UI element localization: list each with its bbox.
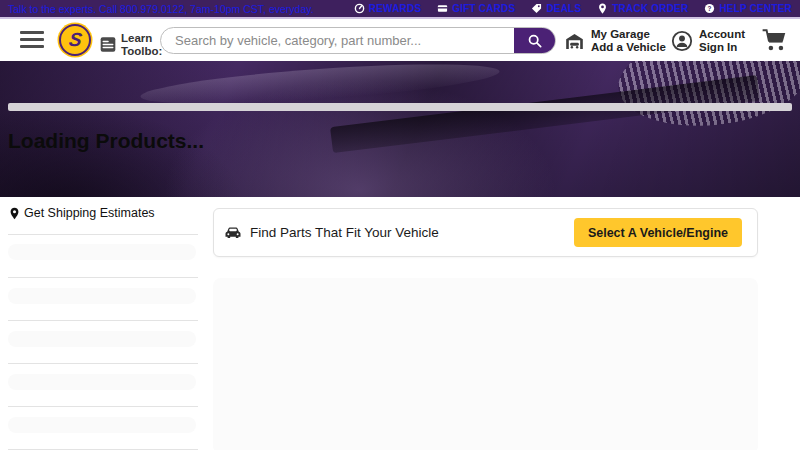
menu-button[interactable] [20,31,44,48]
account-icon [671,30,693,52]
sidebar-divider [8,234,198,235]
vehicle-fit-label: Find Parts That Fit Your Vehicle [250,225,439,240]
learn-toolbox-label: Learn Toolbo: [121,32,162,57]
car-icon [224,225,242,240]
hero-banner: Loading Products... [0,61,800,197]
cart-icon[interactable] [761,27,789,53]
tag-icon [531,3,542,14]
search-button[interactable] [514,28,555,53]
breadcrumb-placeholder [8,103,792,111]
search-input[interactable] [161,28,514,53]
sidebar-skeleton-item [8,374,196,390]
deals-link[interactable]: DEALS [531,3,581,14]
track-order-link[interactable]: TRACK ORDER [597,3,688,14]
page: Talk to the experts. Call 800.979.0122, … [0,0,800,450]
sidebar-skeleton-item [8,417,196,433]
location-pin-icon [8,207,21,220]
location-pin-icon [597,3,608,14]
my-garage-label: My Garage Add a Vehicle [591,28,666,54]
vehicle-fit-panel: Find Parts That Fit Your Vehicle Select … [213,208,758,257]
get-shipping-estimates-label: Get Shipping Estimates [24,206,155,220]
sidebar-skeleton-item [8,331,196,347]
sidebar-divider [8,363,198,364]
svg-text:?: ? [708,5,712,12]
search-icon [527,33,543,49]
select-vehicle-engine-button[interactable]: Select A Vehicle/Engine [574,218,742,247]
question-circle-icon: ? [704,3,715,14]
search-bar [160,27,556,54]
sidebar-skeleton-item [8,288,196,304]
sidebar-skeleton-item [8,244,196,260]
brand-logo-letter: S [67,29,83,51]
utility-nav: REWARDS GIFT CARDS DEALS [354,3,792,14]
sidebar-divider [8,277,198,278]
products-loading-skeleton [213,278,758,450]
toolbox-list-icon [100,36,116,53]
gift-card-icon [437,3,448,14]
account-label: Account Sign In [699,28,745,54]
help-center-link[interactable]: ? HELP CENTER [704,3,792,14]
loading-products-text: Loading Products... [8,129,204,153]
main-header: S Learn Toolbo: [0,19,800,61]
sidebar-divider [8,320,198,321]
sidebar-divider [8,406,198,407]
rewards-link[interactable]: REWARDS [354,3,422,14]
account-link[interactable]: Account Sign In [671,28,745,54]
brand-logo[interactable]: S [59,24,91,56]
get-shipping-estimates-link[interactable]: Get Shipping Estimates [8,206,155,220]
gift-cards-link[interactable]: GIFT CARDS [437,3,515,14]
my-garage-link[interactable]: My Garage Add a Vehicle [564,28,666,54]
learn-toolbox-link[interactable]: Learn Toolbo: [100,32,162,57]
garage-icon [564,31,585,52]
top-utility-bar: Talk to the experts. Call 800.979.0122, … [0,0,800,17]
phone-support-link[interactable]: Talk to the experts. Call 800.979.0122, … [8,3,314,15]
rewards-gauge-icon [354,3,365,14]
